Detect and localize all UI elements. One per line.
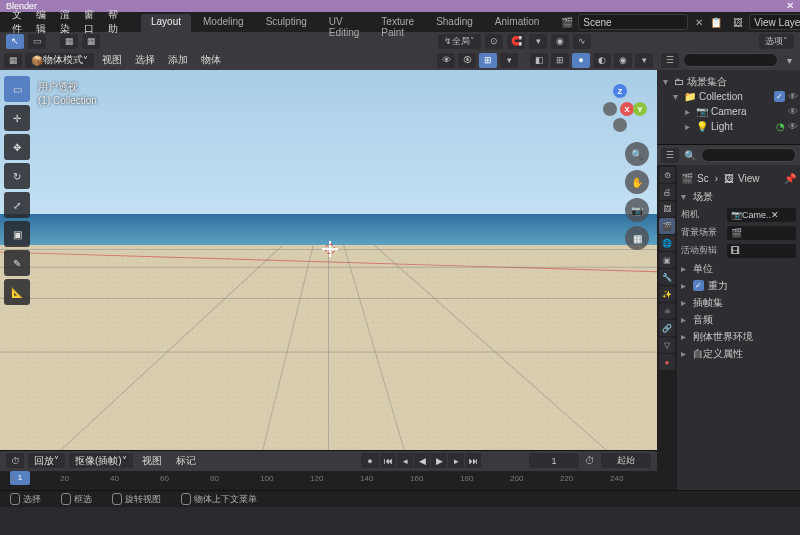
cursor-tool[interactable]: ✛ — [4, 105, 30, 131]
tab-modifier[interactable]: 🔧 — [659, 269, 675, 285]
shading-drop-icon[interactable]: ▾ — [635, 53, 653, 68]
tab-material[interactable]: ● — [659, 354, 675, 370]
measure-tool[interactable]: 📐 — [4, 279, 30, 305]
marker-menu[interactable]: 标记 — [171, 453, 201, 469]
add-menu[interactable]: 添加 — [163, 52, 193, 68]
tab-animation[interactable]: Animation — [485, 14, 549, 32]
orientation-dropdown[interactable]: ↯ 全局 ˅ — [438, 34, 481, 49]
close-icon[interactable]: ✕ — [786, 0, 794, 12]
pivot-icon[interactable]: ⊙ — [485, 34, 503, 49]
overlay-icon[interactable]: ⊞ — [479, 53, 497, 68]
filter-icon[interactable]: ▾ — [782, 53, 796, 67]
props-editor-icon[interactable]: ☰ — [661, 148, 679, 163]
timeline-editor-icon[interactable]: ⏱ — [6, 453, 24, 468]
scene-collection-row[interactable]: ▾🗀 场景集合 — [661, 74, 798, 89]
collection-row[interactable]: ▾📁 Collection✓👁 — [661, 89, 798, 104]
outliner-search[interactable] — [683, 53, 778, 67]
mode-dropdown[interactable]: 📦 物体模式 ˅ — [25, 53, 94, 68]
tab-output[interactable]: 🖨 — [659, 184, 675, 200]
tab-layout[interactable]: Layout — [141, 14, 191, 32]
tab-scene[interactable]: 🎬 — [659, 218, 675, 234]
outliner-editor-icon[interactable]: ☰ — [661, 53, 679, 68]
tab-physics[interactable]: ⚛ — [659, 303, 675, 319]
render-shading-icon[interactable]: ◉ — [614, 53, 632, 68]
autokey-icon[interactable]: ● — [361, 453, 379, 468]
xray-icon[interactable]: ◧ — [530, 53, 548, 68]
unit-panel[interactable]: ▸单位 — [681, 260, 796, 277]
clock-icon[interactable]: ⏱ — [583, 454, 597, 468]
play-rev-icon[interactable]: ◀ — [414, 453, 430, 468]
scale-tool[interactable]: ⤢ — [4, 192, 30, 218]
keying-menu[interactable]: 抠像(插帧) ˅ — [69, 453, 133, 468]
camera-field[interactable]: 📷 Came.. ✕ — [727, 208, 796, 222]
frame-ruler[interactable]: 1 020406080100120140160180200220240 — [0, 471, 657, 491]
tab-data[interactable]: ▽ — [659, 337, 675, 353]
view-menu[interactable]: 视图 — [97, 52, 127, 68]
tab-object[interactable]: ▣ — [659, 252, 675, 268]
view-layer-field[interactable]: View Layer — [749, 14, 800, 30]
annotate-tool[interactable]: ✎ — [4, 250, 30, 276]
new-scene-icon[interactable]: 📋 — [709, 15, 723, 29]
snap-toggle-icon[interactable]: ▦ — [60, 34, 78, 49]
zoom-icon[interactable]: 🔍 — [625, 142, 649, 166]
overlay-drop-icon[interactable]: ▾ — [500, 53, 518, 68]
move-tool[interactable]: ✥ — [4, 134, 30, 160]
tab-constraint[interactable]: 🔗 — [659, 320, 675, 336]
props-search[interactable] — [701, 148, 796, 162]
nav-gizmo[interactable]: Z X Y — [595, 84, 645, 134]
rigidbody-panel[interactable]: ▸刚体世界环境 — [681, 328, 796, 345]
camera-view-icon[interactable]: 📷 — [625, 198, 649, 222]
tab-shading[interactable]: Shading — [426, 14, 483, 32]
active-clip-field[interactable]: 🎞 — [727, 244, 796, 258]
falloff-icon[interactable]: ∿ — [573, 34, 591, 49]
tab-texture-paint[interactable]: Texture Paint — [371, 14, 424, 32]
proportional-icon[interactable]: ◉ — [551, 34, 569, 49]
current-frame-field[interactable]: 1 — [529, 453, 579, 468]
play-icon[interactable]: ▶ — [431, 453, 447, 468]
options-dropdown[interactable]: 选项 ˅ — [759, 34, 794, 49]
solid-shading-icon[interactable]: ● — [572, 53, 590, 68]
snap-type-icon[interactable]: ▾ — [529, 34, 547, 49]
scene-name-field[interactable]: Scene — [578, 14, 688, 30]
object-menu[interactable]: 物体 — [196, 52, 226, 68]
wireframe-shading-icon[interactable]: ⊞ — [551, 53, 569, 68]
keyingsets-panel[interactable]: ▸插帧集 — [681, 294, 796, 311]
light-row[interactable]: ▸💡 Light◔👁 — [661, 119, 798, 134]
select-menu[interactable]: 选择 — [130, 52, 160, 68]
tab-render[interactable]: ⚙ — [659, 167, 675, 183]
camera-row[interactable]: ▸📷 Camera👁 — [661, 104, 798, 119]
jump-end-icon[interactable]: ⏭ — [465, 453, 481, 468]
audio-panel[interactable]: ▸音频 — [681, 311, 796, 328]
scene-panel-header[interactable]: ▾场景 — [681, 188, 796, 205]
cursor-tool-icon[interactable]: ↖ — [6, 34, 24, 49]
select-tool-icon[interactable]: ▭ — [28, 34, 46, 49]
tab-uv-editing[interactable]: UV Editing — [319, 14, 370, 32]
matprev-shading-icon[interactable]: ◐ — [593, 53, 611, 68]
transform-tool[interactable]: ▣ — [4, 221, 30, 247]
playback-menu[interactable]: 回放 ˅ — [28, 453, 65, 468]
snap-mode-icon[interactable]: ▦ — [82, 34, 100, 49]
bg-scene-field[interactable]: 🎬 — [727, 226, 796, 240]
3d-viewport[interactable]: 用户透视 (1) Collection Z X Y ▭ ✛ ✥ ↻ ⤢ ▣ ✎ … — [0, 70, 657, 450]
close-icon[interactable]: ✕ — [692, 16, 705, 29]
editor-type-icon[interactable]: ▦ — [4, 53, 22, 68]
jump-start-icon[interactable]: ⏮ — [380, 453, 396, 468]
persp-ortho-icon[interactable]: ▦ — [625, 226, 649, 250]
next-key-icon[interactable]: ▸ — [448, 453, 464, 468]
gizmo-icon[interactable]: ⦿ — [458, 53, 476, 68]
visibility-icon[interactable]: 👁 — [437, 53, 455, 68]
snap-magnet-icon[interactable]: 🧲 — [507, 34, 525, 49]
timeline-view-menu[interactable]: 视图 — [137, 453, 167, 469]
tab-particle[interactable]: ✨ — [659, 286, 675, 302]
tab-modeling[interactable]: Modeling — [193, 14, 254, 32]
rotate-tool[interactable]: ↻ — [4, 163, 30, 189]
search-icon[interactable]: 🔍 — [683, 148, 697, 162]
tab-sculpting[interactable]: Sculpting — [256, 14, 317, 32]
tab-viewlayer[interactable]: 🖼 — [659, 201, 675, 217]
pan-icon[interactable]: ✋ — [625, 170, 649, 194]
custom-props-panel[interactable]: ▸自定义属性 — [681, 345, 796, 362]
menu-help[interactable]: 帮助 — [102, 6, 124, 38]
prev-key-icon[interactable]: ◂ — [397, 453, 413, 468]
gravity-panel[interactable]: ▸✓重力 — [681, 277, 796, 294]
select-box-tool[interactable]: ▭ — [4, 76, 30, 102]
